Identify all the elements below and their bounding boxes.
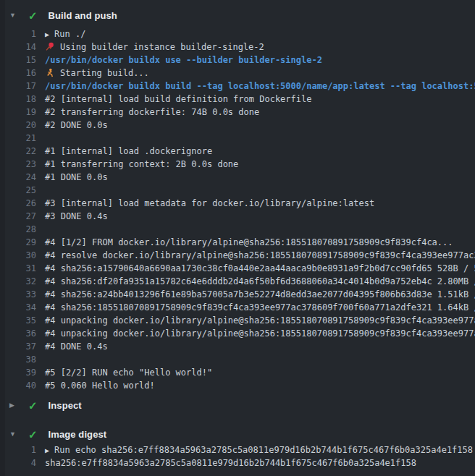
log-line: 19#2 transferring dockerfile: 74B 0.0s d… bbox=[0, 106, 475, 119]
chevron-right-icon[interactable]: ▶ bbox=[9, 402, 18, 409]
play-icon[interactable]: ▶ bbox=[45, 444, 49, 457]
log-text: #5 [2/2] RUN echo "Hello world!" bbox=[45, 366, 212, 379]
log-text: /usr/bin/docker buildx use --builder bui… bbox=[45, 54, 322, 67]
log-line: 37#4 DONE 0.4s bbox=[0, 340, 475, 353]
chevron-down-icon[interactable]: ▼ bbox=[9, 431, 18, 438]
line-number: 15 bbox=[0, 54, 36, 67]
log-line: 17/usr/bin/docker buildx build --tag loc… bbox=[0, 80, 475, 93]
line-number: 21 bbox=[0, 132, 36, 145]
line-number: 16 bbox=[0, 67, 36, 80]
log-line: 26#3 [internal] load metadata for docker… bbox=[0, 197, 475, 210]
line-number: 28 bbox=[0, 223, 36, 236]
log-line: 31#4 sha256:a15790640a6690aa1730c38cf0a4… bbox=[0, 262, 475, 275]
log-line: 15/usr/bin/docker buildx use --builder b… bbox=[0, 54, 475, 67]
log-line: 40#5 0.060 Hello world! bbox=[0, 379, 475, 392]
step-title: Image digest bbox=[49, 429, 107, 440]
line-number: 22 bbox=[0, 145, 36, 158]
log-line: 38 bbox=[0, 353, 475, 366]
log-line: 1▶Run ./ bbox=[0, 27, 475, 41]
pushpin-icon bbox=[45, 42, 55, 51]
log-lines-build-and-push: 1▶Run ./14Using builder instance builder… bbox=[0, 27, 475, 392]
log-lines-image-digest: 1▶Run echo sha256:e7ff8834a5963a2785c5a0… bbox=[0, 443, 475, 469]
log-text: #4 sha256:185518070891758909c9f839cf4ca3… bbox=[45, 301, 475, 314]
step-title: Build and push bbox=[49, 10, 117, 21]
log-text: #4 unpacking docker.io/library/alpine@sh… bbox=[45, 314, 475, 327]
line-number: 29 bbox=[0, 236, 36, 249]
line-number: 27 bbox=[0, 210, 36, 223]
line-number: 26 bbox=[0, 197, 36, 210]
line-number: 24 bbox=[0, 171, 36, 184]
line-number: 25 bbox=[0, 184, 36, 197]
log-line: 27#3 DONE 0.4s bbox=[0, 210, 475, 223]
line-number: 1 bbox=[0, 27, 36, 41]
log-line: 22#1 [internal] load .dockerignore bbox=[0, 145, 475, 158]
log-text: #2 DONE 0.0s bbox=[45, 119, 108, 132]
log-line: 20#2 DONE 0.0s bbox=[0, 119, 475, 132]
runner-icon bbox=[45, 68, 55, 77]
log-line: 30#4 resolve docker.io/library/alpine@sh… bbox=[0, 249, 475, 262]
log-text: #4 DONE 0.4s bbox=[45, 340, 108, 353]
line-number: 4 bbox=[0, 456, 36, 469]
log-line: 34#4 sha256:185518070891758909c9f839cf4c… bbox=[0, 301, 475, 314]
log-line: 36#4 unpacking docker.io/library/alpine@… bbox=[0, 327, 475, 340]
line-number: 34 bbox=[0, 301, 36, 314]
step-section-build-and-push: ▼ ✓ Build and push 1▶Run ./14Using build… bbox=[0, 0, 475, 392]
log-line: 16Starting build... bbox=[0, 67, 475, 80]
check-icon: ✓ bbox=[28, 429, 38, 440]
log-line: 28 bbox=[0, 223, 475, 236]
step-header-image-digest[interactable]: ▼ ✓ Image digest bbox=[0, 426, 475, 442]
check-icon: ✓ bbox=[28, 400, 38, 411]
log-line: 23#1 transferring context: 2B 0.0s done bbox=[0, 158, 475, 171]
line-number: 17 bbox=[0, 80, 36, 93]
log-text: #2 transferring dockerfile: 74B 0.0s don… bbox=[45, 106, 259, 119]
line-number: 31 bbox=[0, 262, 36, 275]
log-line: 33#4 sha256:a24bb4013296f61e89ba57005a7b… bbox=[0, 288, 475, 301]
line-number: 39 bbox=[0, 366, 36, 379]
log-text: ▶Run ./ bbox=[45, 27, 85, 41]
log-line: 21 bbox=[0, 132, 475, 145]
log-text: #4 [1/2] FROM docker.io/library/alpine@s… bbox=[45, 236, 453, 249]
log-text: #4 unpacking docker.io/library/alpine@sh… bbox=[45, 327, 475, 340]
log-line: 35#4 unpacking docker.io/library/alpine@… bbox=[0, 314, 475, 327]
step-header-build-and-push[interactable]: ▼ ✓ Build and push bbox=[0, 0, 475, 23]
play-icon[interactable]: ▶ bbox=[45, 28, 49, 41]
log-text: #1 DONE 0.0s bbox=[45, 171, 108, 184]
log-line: 25 bbox=[0, 184, 475, 197]
line-number: 38 bbox=[0, 353, 36, 366]
log-line: 32#4 sha256:df20fa9351a15782c64e6dddb2d4… bbox=[0, 275, 475, 288]
log-text: #2 [internal] load build definition from… bbox=[45, 93, 311, 106]
step-title: Inspect bbox=[49, 400, 82, 411]
step-section-inspect: ▶ ✓ Inspect bbox=[0, 397, 475, 413]
step-header-inspect[interactable]: ▶ ✓ Inspect bbox=[0, 397, 475, 413]
left-edge-strip bbox=[0, 0, 5, 476]
log-text: #1 [internal] load .dockerignore bbox=[45, 145, 212, 158]
chevron-down-icon[interactable]: ▼ bbox=[9, 12, 18, 19]
log-text: #3 [internal] load metadata for docker.i… bbox=[45, 197, 374, 210]
line-number: 30 bbox=[0, 249, 36, 262]
log-text: Starting build... bbox=[45, 67, 149, 80]
step-section-image-digest: ▼ ✓ Image digest 1▶Run echo sha256:e7ff8… bbox=[0, 426, 475, 469]
log-line: 14Using builder instance builder-single-… bbox=[0, 41, 475, 54]
line-number: 18 bbox=[0, 93, 36, 106]
check-icon: ✓ bbox=[28, 10, 38, 21]
line-number: 36 bbox=[0, 327, 36, 340]
log-text: Using builder instance builder-single-2 bbox=[45, 41, 264, 54]
log-text: #4 resolve docker.io/library/alpine@sha2… bbox=[45, 249, 475, 262]
line-number: 32 bbox=[0, 275, 36, 288]
line-number: 35 bbox=[0, 314, 36, 327]
log-text: #4 sha256:a15790640a6690aa1730c38cf0a440… bbox=[45, 262, 475, 275]
line-number: 19 bbox=[0, 106, 36, 119]
log-line: 29#4 [1/2] FROM docker.io/library/alpine… bbox=[0, 236, 475, 249]
line-number: 37 bbox=[0, 340, 36, 353]
log-line: 24#1 DONE 0.0s bbox=[0, 171, 475, 184]
log-line: 18#2 [internal] load build definition fr… bbox=[0, 93, 475, 106]
log-line: 1▶Run echo sha256:e7ff8834a5963a2785c5a0… bbox=[0, 443, 475, 456]
log-text: sha256:e7ff8834a5963a2785c5a0811e979d16b… bbox=[45, 456, 416, 469]
log-text: #4 sha256:df20fa9351a15782c64e6dddb2d4a6… bbox=[45, 275, 475, 288]
log-text: /usr/bin/docker buildx build --tag local… bbox=[45, 80, 475, 93]
log-line: 4sha256:e7ff8834a5963a2785c5a0811e979d16… bbox=[0, 456, 475, 469]
line-number: 14 bbox=[0, 41, 36, 54]
log-text: ▶Run echo sha256:e7ff8834a5963a2785c5a08… bbox=[45, 443, 473, 457]
log-text: #3 DONE 0.4s bbox=[45, 210, 108, 223]
log-text: #1 transferring context: 2B 0.0s done bbox=[45, 158, 238, 171]
